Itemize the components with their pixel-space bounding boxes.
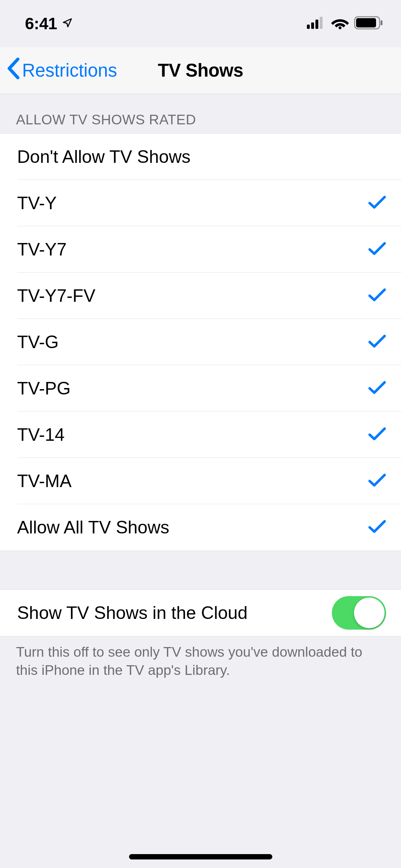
svg-rect-1	[311, 22, 314, 29]
checkmark-icon	[368, 473, 386, 489]
rating-row[interactable]: TV-Y7-FV	[0, 273, 401, 319]
location-icon	[62, 17, 73, 30]
back-button[interactable]: Restrictions	[0, 57, 117, 84]
page-title: TV Shows	[158, 60, 243, 81]
svg-point-4	[339, 26, 341, 29]
rating-row[interactable]: Don't Allow TV Shows	[0, 134, 401, 180]
cloud-section-footer: Turn this off to see only TV shows you'v…	[0, 636, 401, 680]
checkmark-icon	[368, 288, 386, 304]
nav-bar: Restrictions TV Shows	[0, 47, 401, 94]
section-spacer	[0, 551, 401, 589]
rating-label: TV-Y	[17, 193, 57, 213]
rating-label: TV-Y7-FV	[17, 285, 95, 306]
status-right	[307, 16, 383, 31]
rating-row[interactable]: TV-Y7	[0, 226, 401, 273]
rating-row[interactable]: TV-14	[0, 412, 401, 458]
wifi-icon	[331, 16, 349, 31]
ratings-section-header: ALLOW TV SHOWS RATED	[0, 94, 401, 133]
checkmark-icon	[368, 520, 386, 535]
back-button-label: Restrictions	[22, 60, 117, 81]
home-indicator[interactable]	[129, 854, 272, 859]
rating-label: TV-G	[17, 332, 59, 352]
rating-label: TV-14	[17, 424, 65, 445]
rating-label: TV-PG	[17, 378, 71, 399]
checkmark-icon	[368, 427, 386, 443]
rating-label: Don't Allow TV Shows	[17, 146, 191, 167]
battery-icon	[354, 16, 383, 31]
svg-rect-3	[320, 17, 323, 29]
status-bar: 6:41	[0, 0, 401, 47]
show-cloud-toggle[interactable]	[332, 596, 386, 630]
svg-rect-6	[356, 18, 376, 27]
chevron-left-icon	[6, 57, 20, 84]
checkmark-icon	[368, 195, 386, 211]
rating-row[interactable]: TV-Y	[0, 180, 401, 226]
rating-label: Allow All TV Shows	[17, 517, 169, 538]
checkmark-icon	[368, 242, 386, 257]
status-time: 6:41	[25, 14, 57, 33]
svg-rect-2	[315, 20, 318, 29]
toggle-knob	[354, 598, 385, 628]
status-left: 6:41	[25, 14, 73, 33]
rating-label: TV-Y7	[17, 239, 67, 260]
rating-label: TV-MA	[17, 471, 72, 491]
cellular-icon	[307, 17, 326, 30]
checkmark-icon	[368, 334, 386, 350]
svg-rect-7	[381, 20, 382, 25]
checkmark-icon	[368, 381, 386, 396]
rating-row[interactable]: TV-PG	[0, 365, 401, 412]
show-cloud-row[interactable]: Show TV Shows in the Cloud	[0, 589, 401, 636]
ratings-list: Don't Allow TV ShowsTV-YTV-Y7TV-Y7-FVTV-…	[0, 133, 401, 551]
rating-row[interactable]: Allow All TV Shows	[0, 504, 401, 551]
rating-row[interactable]: TV-G	[0, 319, 401, 365]
show-cloud-label: Show TV Shows in the Cloud	[17, 603, 248, 623]
rating-row[interactable]: TV-MA	[0, 458, 401, 504]
svg-rect-0	[307, 25, 310, 29]
